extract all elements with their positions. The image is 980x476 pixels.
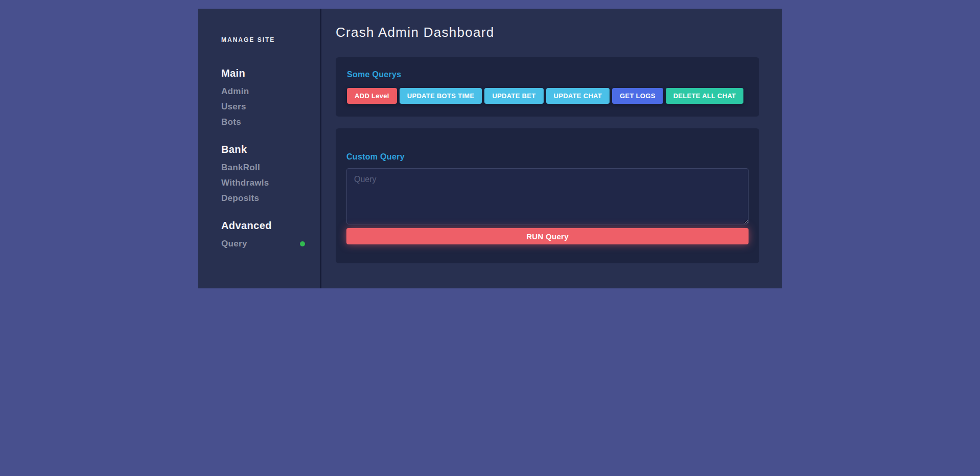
sidebar-section-bank: Bank BankRoll Withdrawls Deposits xyxy=(221,144,320,206)
sidebar-item-label: Users xyxy=(221,99,246,115)
admin-app-window: MANAGE SITE Main Admin Users Bots Bank B… xyxy=(198,9,782,288)
get-logs-button[interactable]: GET LOGS xyxy=(612,88,663,104)
add-level-button[interactable]: ADD Level xyxy=(347,88,397,104)
sidebar-item-admin[interactable]: Admin xyxy=(221,84,306,99)
sidebar-item-label: Admin xyxy=(221,84,249,99)
main-content: Crash Admin Dashboard Some Querys ADD Le… xyxy=(321,9,782,288)
delete-all-chat-button[interactable]: DELETE ALL CHAT xyxy=(666,88,744,104)
sidebar: MANAGE SITE Main Admin Users Bots Bank B… xyxy=(198,9,321,288)
sidebar-brand: MANAGE SITE xyxy=(221,36,320,43)
sidebar-item-users[interactable]: Users xyxy=(221,99,306,115)
sidebar-item-bots[interactable]: Bots xyxy=(221,115,306,130)
sidebar-item-label: Deposits xyxy=(221,191,259,206)
sidebar-item-bankroll[interactable]: BankRoll xyxy=(221,160,306,175)
sidebar-item-label: Bots xyxy=(221,115,241,130)
sidebar-heading-advanced: Advanced xyxy=(221,220,320,232)
some-querys-panel: Some Querys ADD Level UPDATE BOTS TIME U… xyxy=(336,57,759,117)
custom-query-input[interactable] xyxy=(346,168,749,224)
custom-query-heading: Custom Query xyxy=(346,152,749,162)
update-chat-button[interactable]: UPDATE CHAT xyxy=(546,88,610,104)
some-querys-heading: Some Querys xyxy=(347,70,748,79)
sidebar-item-withdrawls[interactable]: Withdrawls xyxy=(221,175,306,191)
update-bots-time-button[interactable]: UPDATE BOTS TIME xyxy=(400,88,482,104)
sidebar-item-label: BankRoll xyxy=(221,160,260,175)
page-title: Crash Admin Dashboard xyxy=(336,25,759,40)
query-buttons-row: ADD Level UPDATE BOTS TIME UPDATE BET UP… xyxy=(347,88,748,104)
sidebar-item-query[interactable]: Query xyxy=(221,236,306,252)
custom-query-panel: Custom Query RUN Query xyxy=(336,128,759,263)
sidebar-item-label: Withdrawls xyxy=(221,175,269,191)
sidebar-heading-main: Main xyxy=(221,67,320,79)
update-bet-button[interactable]: UPDATE BET xyxy=(484,88,543,104)
online-status-dot-icon xyxy=(300,241,305,246)
sidebar-item-label: Query xyxy=(221,236,247,252)
sidebar-section-main: Main Admin Users Bots xyxy=(221,67,320,130)
sidebar-heading-bank: Bank xyxy=(221,144,320,155)
sidebar-item-deposits[interactable]: Deposits xyxy=(221,191,306,206)
sidebar-section-advanced: Advanced Query xyxy=(221,220,320,252)
run-query-button[interactable]: RUN Query xyxy=(346,228,749,244)
